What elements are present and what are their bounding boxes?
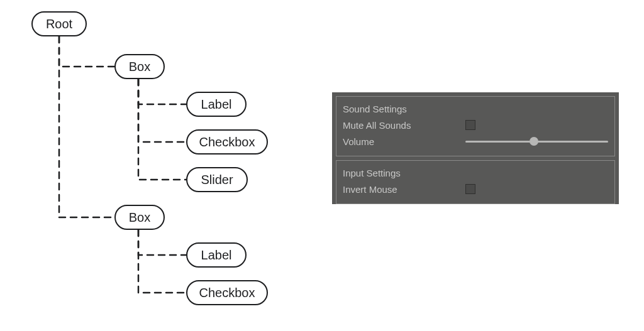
invert-mouse-label: Invert Mouse	[343, 184, 465, 195]
tree-node-box-2: Box	[114, 205, 165, 230]
sound-settings-box: Sound Settings Mute All Sounds Volume	[336, 96, 615, 156]
sound-settings-title: Sound Settings	[343, 104, 407, 114]
volume-label: Volume	[343, 136, 465, 147]
tree-node-box-1: Box	[114, 54, 165, 79]
mute-all-sounds-label: Mute All Sounds	[343, 120, 465, 131]
tree-node-label-1: Label	[186, 92, 247, 117]
volume-slider-thumb[interactable]	[530, 137, 538, 146]
tree-node-slider-1: Slider	[186, 167, 248, 192]
mute-all-sounds-checkbox[interactable]	[465, 120, 475, 130]
settings-panel: Sound Settings Mute All Sounds Volume In…	[332, 92, 619, 204]
tree-node-checkbox-2: Checkbox	[186, 280, 268, 305]
tree-node-root: Root	[31, 11, 87, 36]
hierarchy-tree: Root Box Label Checkbox Slider Box Label…	[0, 0, 314, 331]
volume-slider[interactable]	[465, 136, 608, 146]
tree-node-label-2: Label	[186, 242, 247, 268]
invert-mouse-checkbox[interactable]	[465, 184, 475, 194]
input-settings-box: Input Settings Invert Mouse	[336, 160, 615, 204]
input-settings-title: Input Settings	[343, 168, 401, 178]
tree-node-checkbox-1: Checkbox	[186, 129, 268, 155]
tree-connectors	[0, 0, 314, 331]
